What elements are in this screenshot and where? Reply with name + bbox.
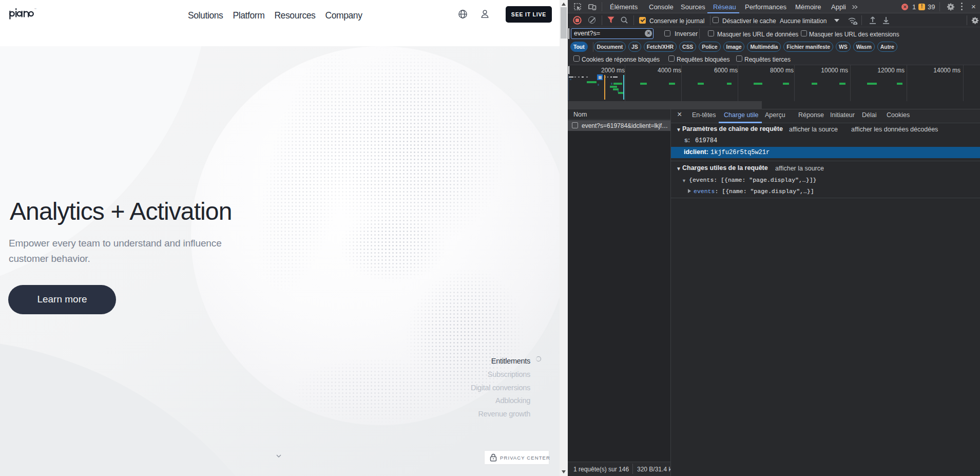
- svg-text:™: ™: [34, 8, 37, 10]
